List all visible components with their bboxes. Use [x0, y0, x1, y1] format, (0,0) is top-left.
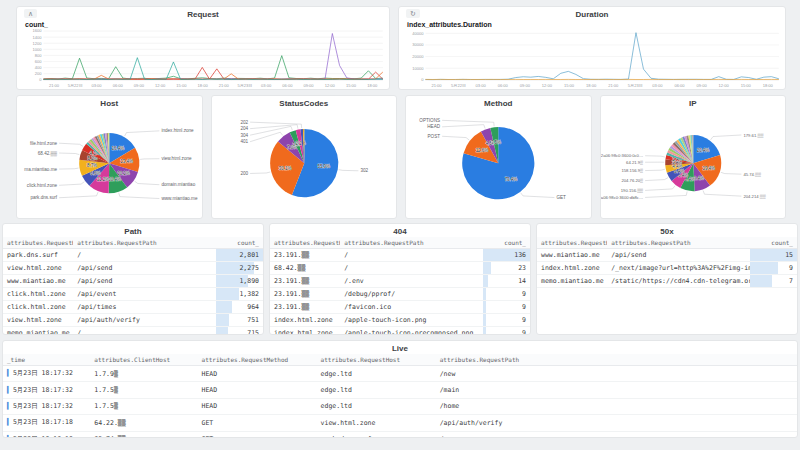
pie-slice-label: 401: [240, 139, 248, 144]
pie-leader-line: [250, 132, 283, 141]
pie-slice-percent-label: 55.9%: [317, 164, 330, 169]
x-axis-tick-label: 18:00: [367, 83, 378, 88]
table-row[interactable]: ▍5月23日 18:17:321.7.5▒HEADedge.ltd/main: [3, 382, 797, 398]
pie-slice-percent-label: 11.2%: [97, 177, 109, 182]
panel-title-method: Method: [406, 96, 591, 109]
panel-50x: 50x attributes.RequestHostattributes.Req…: [536, 223, 798, 335]
host-pie-chart[interactable]: 16.4%13.4%10.1%10.4%11.2%6.6%8.7%5.2%4.1…: [17, 109, 202, 213]
table-row[interactable]: ▍5月23日 18:17:1864.22.▒▒GETview.html.zone…: [3, 415, 797, 431]
column-header[interactable]: attributes.RequestPath: [607, 237, 750, 249]
ip-pie-chart[interactable]: 20.4%19.4%9.4%8.4%6.4%5.4%4.4%3.4%2.4%2a…: [601, 109, 786, 213]
table-row[interactable]: memo.miantiao.me/static/https://cdn4.cdn…: [537, 275, 797, 288]
row-expand-icon[interactable]: ▍: [7, 369, 11, 377]
x-axis-tick-label: 12:00: [155, 83, 166, 88]
column-header[interactable]: attributes.RequestHost: [537, 237, 607, 249]
table-cell: www.miantiao.me: [537, 249, 607, 262]
table-row[interactable]: 23.191.▒▒/136: [270, 249, 530, 262]
column-header[interactable]: attributes.RequestPath: [340, 237, 483, 249]
x-axis-tick-label: 15:00: [346, 83, 357, 88]
table-row[interactable]: ▍5月23日 18:17:321.7.9▒HEADedge.ltd/new: [3, 366, 797, 382]
table-cell: ▍5月23日 18:16:18: [3, 431, 90, 438]
pie-slice-percent-label: 10.1%: [117, 171, 130, 176]
x-axis-tick-label: 09:00: [304, 83, 315, 88]
table-cell: park.dns.surf: [3, 249, 73, 262]
duration-line-chart[interactable]: 01000020000300004000021:005月22日03:0006:0…: [399, 28, 785, 89]
table-cell: index.html.zone: [270, 314, 340, 327]
pie-leader-line: [645, 156, 665, 157]
table-cell: view.html.zone: [3, 314, 73, 327]
table-row[interactable]: index.html.zone/apple-touch-icon-precomp…: [270, 327, 530, 336]
table-cell: view.html.zone: [317, 415, 436, 431]
column-header[interactable]: count_: [216, 237, 263, 249]
table-row[interactable]: www.miantiao.me/api/send15: [537, 249, 797, 262]
panel-method: Method 79.4%12.6%4.5%3.5%OPTIONSHEADPOST…: [405, 95, 592, 219]
row-expand-icon[interactable]: ▍: [7, 418, 11, 426]
table-cell: /home: [436, 398, 797, 414]
table-row[interactable]: ▍5月23日 18:16:1869.74.▒▒GETpark.dns.surf/: [3, 431, 797, 438]
column-header[interactable]: attributes.RequestPath: [73, 237, 216, 249]
row-expand-icon[interactable]: ▍: [7, 386, 11, 394]
table-cell: HEAD: [198, 382, 317, 398]
column-header[interactable]: _time: [3, 354, 90, 366]
table-row[interactable]: click.html.zone/api/times964: [3, 301, 263, 314]
table-row[interactable]: view.html.zone/api/send2,275: [3, 262, 263, 275]
y-axis-tick-label: 800: [35, 53, 43, 58]
column-header[interactable]: attributes.RequestPath: [436, 354, 797, 366]
request-line-chart[interactable]: 0200400600800100012001400160021:005月22日0…: [17, 28, 389, 89]
table-row[interactable]: memo.miantiao.me/715: [3, 327, 263, 336]
pie-leader-line: [59, 182, 84, 186]
column-header[interactable]: attributes.RequestMethod: [198, 354, 317, 366]
column-header[interactable]: count_: [483, 237, 530, 249]
pie-leader-line: [250, 172, 270, 174]
row-expand-icon[interactable]: ▍: [7, 402, 11, 410]
table-cell: 1,382: [216, 288, 263, 301]
table-cell: /api/event: [73, 288, 216, 301]
panel-title-request: Request: [17, 7, 389, 20]
x-axis-tick-label: 15:00: [564, 83, 575, 88]
table-row[interactable]: view.html.zone/api/auth/verify751: [3, 314, 263, 327]
column-header[interactable]: count_: [750, 237, 797, 249]
pie-slice-label: HEAD: [427, 124, 440, 129]
column-header[interactable]: attributes.RequestHost: [317, 354, 436, 366]
table-row[interactable]: index.html.zone/_next/image?url=http%3A%…: [537, 262, 797, 275]
pie-slice-label: 204: [240, 126, 248, 131]
table-cell: memo.miantiao.me: [537, 275, 607, 288]
method-pie-chart[interactable]: 79.4%12.6%4.5%3.5%OPTIONSHEADPOSTGET: [406, 109, 591, 213]
table-cell: www.miantiao.me: [3, 275, 73, 288]
pie-slice-label: domain.miantiao: [161, 182, 195, 187]
pie-slice-label: 2a06:98c0:3600:db8c…: [601, 195, 643, 200]
table-row[interactable]: index.html.zone/apple-touch-icon.png9: [270, 314, 530, 327]
column-header[interactable]: attributes.RequestHost: [270, 237, 340, 249]
table-row[interactable]: 68.42.▒▒/23: [270, 262, 530, 275]
path-table: attributes.RequestHostattributes.Request…: [3, 237, 263, 335]
refresh-icon[interactable]: ↻: [406, 9, 420, 18]
table-row[interactable]: 23.191.▒▒/debug/pprof/9: [270, 288, 530, 301]
table-cell: ▍5月23日 18:17:18: [3, 415, 90, 431]
table-row[interactable]: 23.191.▒▒/.env14: [270, 275, 530, 288]
table-cell: 1.7.5▒: [90, 382, 197, 398]
table-row[interactable]: park.dns.surf/2,801: [3, 249, 263, 262]
x-axis-tick-label: 12:00: [542, 83, 553, 88]
statuscodes-pie-chart[interactable]: 55.9%30.1%7.0%3.0%2.2%202204304401200302: [212, 109, 397, 213]
table-cell: /api/send: [607, 249, 750, 262]
column-header[interactable]: attributes.ClientHost: [90, 354, 197, 366]
panel-title-live: Live: [3, 341, 797, 354]
pie-leader-line: [720, 172, 741, 174]
table-row[interactable]: 23.191.▒▒/favicon.ico9: [270, 301, 530, 314]
table-cell: 1.7.9▒: [90, 366, 197, 382]
table-row[interactable]: click.html.zone/api/event1,382: [3, 288, 263, 301]
y-axis-tick-label: 400: [35, 65, 43, 70]
table-cell: park.dns.surf: [317, 431, 436, 438]
collapse-icon[interactable]: ∧: [24, 9, 37, 18]
pie-slice-percent-label: 16.4%: [112, 146, 125, 151]
table-cell: 15: [750, 249, 797, 262]
table-row[interactable]: www.miantiao.me/api/send1,890: [3, 275, 263, 288]
panel-host: Host 16.4%13.4%10.1%10.4%11.2%6.6%8.7%5.…: [16, 95, 203, 219]
column-header[interactable]: attributes.RequestHost: [3, 237, 73, 249]
panel-404: 404 attributes.RequestHostattributes.Req…: [269, 223, 531, 335]
row-expand-icon[interactable]: ▍: [7, 435, 11, 438]
table-row[interactable]: ▍5月23日 18:17:321.7.5▒HEADedge.ltd/home: [3, 398, 797, 414]
pie-slice-percent-label: 19.4%: [702, 166, 715, 171]
table-cell: 9: [483, 288, 530, 301]
pie-leader-line: [442, 125, 485, 129]
